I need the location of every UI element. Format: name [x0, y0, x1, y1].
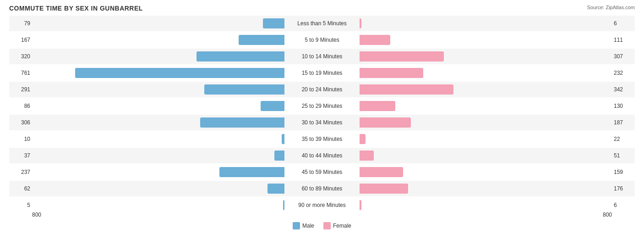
male-value: 5 [9, 202, 32, 208]
left-bar-wrap [32, 200, 285, 210]
row-label: 90 or more Minutes [285, 202, 359, 208]
female-bar [360, 184, 408, 194]
female-bar [360, 151, 374, 161]
table-row: 37 40 to 44 Minutes 51 [9, 148, 635, 163]
right-bar-wrap [359, 151, 612, 161]
bars-section: 45 to 59 Minutes [32, 164, 612, 180]
male-bar [282, 134, 284, 144]
legend: Male Female [9, 222, 635, 229]
male-bar [196, 51, 284, 61]
bars-section: 15 to 19 Minutes [32, 65, 612, 81]
male-value: 79 [9, 20, 32, 27]
row-label: 5 to 9 Minutes [285, 37, 359, 43]
axis-left-label: 800 [32, 212, 41, 218]
table-row: 320 10 to 14 Minutes 307 [9, 49, 635, 64]
male-value: 167 [9, 37, 32, 43]
male-bar [261, 101, 284, 111]
right-bar-wrap [359, 84, 612, 95]
row-label: 20 to 24 Minutes [285, 86, 359, 93]
male-bar [283, 200, 284, 210]
male-bar [204, 84, 284, 95]
male-value: 37 [9, 152, 32, 159]
female-bar [360, 101, 395, 111]
table-row: 306 30 to 34 Minutes 187 [9, 115, 635, 130]
legend-female: Female [323, 222, 351, 229]
row-label: Less than 5 Minutes [285, 20, 359, 27]
male-value: 237 [9, 169, 32, 175]
male-value: 62 [9, 185, 32, 192]
left-bar-wrap [32, 51, 285, 61]
female-bar [360, 68, 423, 78]
male-bar [75, 68, 284, 78]
table-row: 761 15 to 19 Minutes 232 [9, 65, 635, 81]
female-bar [360, 35, 390, 45]
male-value: 10 [9, 136, 32, 142]
left-bar-wrap [32, 84, 285, 95]
male-bar [263, 18, 284, 28]
chart-container: COMMUTE TIME BY SEX IN GUNBARREL Source:… [0, 0, 644, 240]
row-label: 30 to 34 Minutes [285, 119, 359, 126]
left-bar-wrap [32, 117, 285, 128]
bars-section: 20 to 24 Minutes [32, 82, 612, 97]
row-label: 25 to 29 Minutes [285, 103, 359, 109]
male-bar [267, 184, 284, 194]
right-bar-wrap [359, 184, 612, 194]
table-row: 291 20 to 24 Minutes 342 [9, 82, 635, 97]
female-bar [360, 18, 361, 28]
left-bar-wrap [32, 184, 285, 194]
female-value: 342 [612, 86, 635, 93]
male-value: 86 [9, 103, 32, 109]
bars-section: 40 to 44 Minutes [32, 148, 612, 163]
right-bar-wrap [359, 18, 612, 28]
female-value: 130 [612, 103, 635, 109]
female-value: 22 [612, 136, 635, 142]
legend-male: Male [293, 222, 314, 229]
male-bar [200, 117, 284, 128]
male-bar [219, 167, 284, 177]
row-label: 35 to 39 Minutes [285, 136, 359, 142]
male-value: 320 [9, 53, 32, 60]
female-value: 159 [612, 169, 635, 175]
female-bar [360, 134, 366, 144]
row-label: 40 to 44 Minutes [285, 152, 359, 159]
left-bar-wrap [32, 35, 285, 45]
table-row: 86 25 to 29 Minutes 130 [9, 98, 635, 114]
row-label: 10 to 14 Minutes [285, 53, 359, 60]
female-value: 232 [612, 70, 635, 76]
table-row: 62 60 to 89 Minutes 176 [9, 181, 635, 196]
bars-section: 60 to 89 Minutes [32, 181, 612, 196]
bars-section: 35 to 39 Minutes [32, 131, 612, 147]
female-bar [360, 51, 444, 61]
row-label: 60 to 89 Minutes [285, 185, 359, 192]
female-value: 307 [612, 53, 635, 60]
female-bar [360, 200, 361, 210]
bars-section: 5 to 9 Minutes [32, 32, 612, 48]
male-value: 761 [9, 70, 32, 76]
right-bar-wrap [359, 68, 612, 78]
right-bar-wrap [359, 117, 612, 128]
source-label: Source: ZipAtlas.com [587, 5, 635, 10]
male-value: 306 [9, 119, 32, 126]
axis-row: 800 800 [9, 210, 635, 219]
table-row: 79 Less than 5 Minutes 6 [9, 16, 635, 31]
right-bar-wrap [359, 51, 612, 61]
table-row: 10 35 to 39 Minutes 22 [9, 131, 635, 147]
left-bar-wrap [32, 134, 285, 144]
row-label: 45 to 59 Minutes [285, 169, 359, 175]
female-bar [360, 167, 403, 177]
legend-female-label: Female [333, 223, 351, 229]
legend-male-box [293, 222, 300, 229]
female-value: 111 [612, 37, 635, 43]
female-bar [360, 117, 411, 128]
left-bar-wrap [32, 68, 285, 78]
female-value: 6 [612, 20, 635, 27]
bars-section: 25 to 29 Minutes [32, 98, 612, 114]
left-bar-wrap [32, 151, 285, 161]
right-bar-wrap [359, 167, 612, 177]
female-value: 187 [612, 119, 635, 126]
male-bar [239, 35, 284, 45]
male-bar [274, 151, 284, 161]
female-value: 6 [612, 202, 635, 208]
right-bar-wrap [359, 35, 612, 45]
bars-section: Less than 5 Minutes [32, 16, 612, 31]
